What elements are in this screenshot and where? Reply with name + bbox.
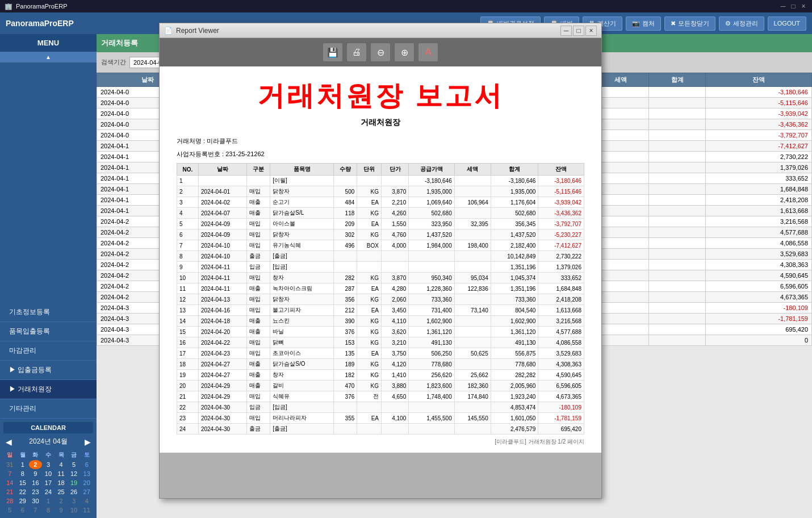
report-table-row: 22024-04-01매입닭창자500KG3,8701,935,0001,935… xyxy=(177,186,584,197)
modal-restore-btn[interactable]: □ xyxy=(573,26,584,36)
report-bizno-info: 사업자등록번호 : 231-25-21262 xyxy=(177,150,584,158)
calendar-day[interactable]: 3 xyxy=(42,460,55,469)
report-table-row: 112024-04-11매출녹차아이스크림287EA4,2801,228,360… xyxy=(177,283,584,294)
report-title-main: 거래처원장 보고서 xyxy=(177,78,584,114)
toolbar-btn-capture[interactable]: 📷 캠처 xyxy=(626,16,661,31)
sidebar-item-closing[interactable]: 마감관리 xyxy=(0,341,97,361)
report-table-row: 182024-04-27매출닭가슴살S/O189KG4,120778,68077… xyxy=(177,359,584,370)
app-title: PanoramaProERP xyxy=(6,19,74,28)
report-table-row: 52024-04-09매입아이스볼209EA1,550323,95032,395… xyxy=(177,219,584,229)
modal-titlebar: 📄 Report Viewer ─ □ × xyxy=(160,23,601,38)
report-zoom-in-btn[interactable]: ⊕ xyxy=(394,43,415,62)
th-total: 합계 xyxy=(649,73,706,87)
calendar-day[interactable]: 9 xyxy=(55,506,68,515)
calendar-day[interactable]: 23 xyxy=(29,487,42,496)
calendar-day[interactable]: 28 xyxy=(3,496,16,506)
rth-price: 단가 xyxy=(381,164,408,176)
rth-item: 품목명 xyxy=(270,164,334,176)
calendar-day[interactable]: 7 xyxy=(3,469,16,478)
calendar-day[interactable]: 4 xyxy=(80,496,93,506)
close-button-titlebar[interactable]: × xyxy=(800,2,807,10)
rth-supply: 공급가액 xyxy=(409,164,455,176)
report-print-btn[interactable]: 🖨 xyxy=(346,43,367,62)
calendar-day[interactable]: 8 xyxy=(16,469,30,478)
calendar-day[interactable]: 2 xyxy=(55,496,68,506)
cal-header-mon: 월 xyxy=(16,450,30,460)
calendar-day[interactable]: 11 xyxy=(55,469,68,478)
sidebar-scroll: ▲ xyxy=(0,52,97,303)
calendar-day[interactable]: 8 xyxy=(42,506,55,515)
title-bar-left: 🏢 PanoramaProERP xyxy=(5,3,68,10)
toolbar-btn-logout[interactable]: LOGOUT xyxy=(768,16,806,31)
report-save-btn[interactable]: 💾 xyxy=(323,43,343,62)
sidebar-item-items[interactable]: 품목입출등록 xyxy=(0,322,97,341)
calendar-day[interactable]: 2 xyxy=(29,460,42,469)
calendar-day[interactable]: 16 xyxy=(29,478,42,487)
calendar-day[interactable]: 6 xyxy=(16,506,30,515)
rth-tax: 세액 xyxy=(454,164,491,176)
report-pdf-btn[interactable]: A xyxy=(418,43,438,62)
report-icon: 📄 xyxy=(164,27,173,35)
calendar-day[interactable]: 19 xyxy=(68,478,81,487)
report-table-row: 42024-04-07매출닭가슴살S/L118KG4,260502,680502… xyxy=(177,208,584,219)
calendar-next-btn[interactable]: ▶ xyxy=(85,437,91,446)
calendar-day[interactable]: 11 xyxy=(80,506,93,515)
report-table-row: 162024-04-22매입닭뼈153KG3,210491,130491,130… xyxy=(177,337,584,348)
calendar-day[interactable]: 14 xyxy=(3,478,16,487)
cal-header-tue: 화 xyxy=(29,450,42,460)
report-table-row: 72024-04-10매입유기농식혜496BOX4,0001,984,00019… xyxy=(177,240,584,251)
calendar-day[interactable]: 10 xyxy=(68,506,81,515)
calendar-day[interactable]: 17 xyxy=(42,478,55,487)
calendar-day[interactable]: 7 xyxy=(29,506,42,515)
calendar-day[interactable]: 1 xyxy=(16,460,30,469)
calendar-day[interactable]: 30 xyxy=(29,496,42,506)
report-zoom-out-btn[interactable]: ⊖ xyxy=(370,43,391,62)
sidebar-scroll-up[interactable]: ▲ xyxy=(0,52,97,62)
minimize-button[interactable]: ─ xyxy=(779,2,787,10)
cal-header-thu: 목 xyxy=(55,450,68,460)
toolbar-btn-settings[interactable]: ⚙ 세정관리 xyxy=(719,16,764,31)
calendar-prev-btn[interactable]: ◀ xyxy=(6,437,12,446)
calendar-day[interactable]: 22 xyxy=(16,487,30,496)
calendar-day[interactable]: 12 xyxy=(68,469,81,478)
calendar-day[interactable]: 4 xyxy=(55,460,68,469)
modal-close-btn[interactable]: × xyxy=(585,26,597,36)
calendar-day[interactable]: 13 xyxy=(80,469,93,478)
cal-header-sat: 토 xyxy=(80,450,93,460)
calendar-day[interactable]: 29 xyxy=(16,496,30,506)
sidebar-item-ledger[interactable]: ▶ 거래처원장 xyxy=(0,380,97,399)
report-table-row: 202024-04-29매출갈비470KG3,8801,823,600182,3… xyxy=(177,381,584,391)
cal-header-fri: 금 xyxy=(68,450,81,460)
calendar-day[interactable]: 9 xyxy=(29,469,42,478)
calendar-day[interactable]: 27 xyxy=(80,487,93,496)
calendar-day[interactable]: 3 xyxy=(68,496,81,506)
calendar-day[interactable]: 21 xyxy=(3,487,16,496)
calendar-day[interactable]: 6 xyxy=(80,460,93,469)
sidebar-item-basic[interactable]: 기초정보등록 xyxy=(0,303,97,322)
calendar-day[interactable]: 24 xyxy=(42,487,55,496)
calendar-day[interactable]: 5 xyxy=(3,506,16,515)
report-table-row: 232024-04-30매입머리나라피자355EA4,1001,455,5001… xyxy=(177,413,584,424)
calendar-day[interactable]: 25 xyxy=(55,487,68,496)
calendar-day[interactable]: 18 xyxy=(55,478,68,487)
modal-minimize-btn[interactable]: ─ xyxy=(560,26,572,36)
calendar-day[interactable]: 31 xyxy=(3,460,16,469)
calendar-day[interactable]: 5 xyxy=(68,460,81,469)
report-table-row: 242024-04-30출금[출금]2,476,579695,420 xyxy=(177,424,584,435)
maximize-button[interactable]: □ xyxy=(789,2,797,10)
cal-header-wed: 수 xyxy=(42,450,55,460)
sidebar-item-inout[interactable]: ▶ 입출금등록 xyxy=(0,361,97,380)
toolbar-btn-close-all[interactable]: ✖ 모든창닫기 xyxy=(664,16,715,31)
report-table-row: 192024-04-27매출창자182KG1,410256,62025,6622… xyxy=(177,370,584,381)
rth-qty: 수량 xyxy=(334,164,357,176)
calendar-title: CALENDAR xyxy=(3,422,93,433)
sidebar-item-other[interactable]: 기타관리 xyxy=(0,399,97,419)
report-table-row: 82024-04-10출금[출금]10,142,8492,730,222 xyxy=(177,251,584,262)
calendar-day[interactable]: 26 xyxy=(68,487,81,496)
calendar-day[interactable]: 1 xyxy=(42,496,55,506)
calendar-day[interactable]: 10 xyxy=(42,469,55,478)
calendar-day[interactable]: 20 xyxy=(80,478,93,487)
calendar-day[interactable]: 15 xyxy=(16,478,30,487)
calendar-grid: 일 월 화 수 목 금 토 31123456789101112131415161… xyxy=(3,450,93,515)
cal-header-sun: 일 xyxy=(3,450,16,460)
